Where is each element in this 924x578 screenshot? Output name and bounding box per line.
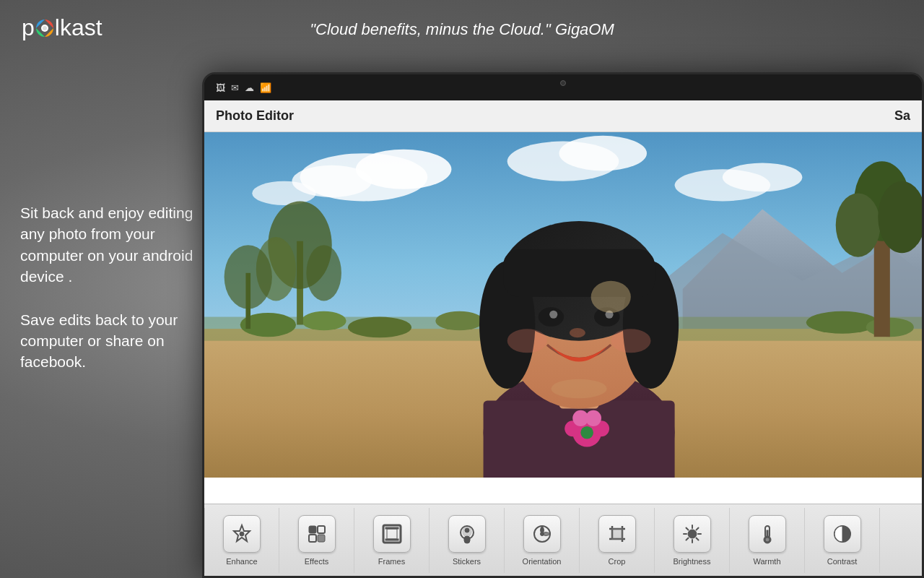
svg-point-30 [836,193,881,256]
svg-point-18 [348,317,411,338]
effects-tool-button[interactable]: Effects [279,508,354,573]
enhance-icon [231,523,253,545]
enhance-icon-box [223,515,261,553]
app-header: Photo Editor Sa [204,100,922,132]
svg-point-8 [559,136,646,171]
svg-rect-45 [503,249,655,297]
orientation-icon-box [523,515,561,553]
tagline: "Cloud benefits, minus the Cloud." GigaO… [0,20,924,39]
warmth-tool-button[interactable]: Warmth [730,508,805,573]
enhance-label: Enhance [226,557,257,566]
status-image-icon: 🖼 [216,82,225,93]
camera-dot [560,80,566,86]
svg-point-25 [306,245,341,301]
stickers-label: Stickers [453,557,481,566]
frames-icon-box [373,515,411,553]
svg-point-50 [507,329,547,353]
svg-rect-60 [318,535,325,542]
svg-point-11 [252,181,315,205]
brightness-icon-box [674,515,711,553]
photo-area [204,132,922,478]
svg-point-56 [240,532,244,536]
svg-point-35 [580,426,593,439]
contrast-icon-box [824,515,861,553]
svg-point-52 [570,328,585,337]
svg-line-82 [696,538,698,540]
contrast-icon [832,523,853,545]
svg-point-27 [225,245,272,309]
svg-point-19 [435,311,483,331]
orientation-label: Orientation [523,557,562,566]
brightness-label: Brightness [674,557,711,566]
status-wifi-icon: 📶 [260,82,271,93]
svg-point-70 [540,532,544,535]
contrast-label: Contrast [827,557,858,566]
frames-icon [381,523,403,545]
left-description: Sit back and enjoy editing any photo fro… [20,202,208,394]
device-frame: 🖼 ✉ ☁ 📶 Photo Editor Sa [202,72,924,578]
crop-label: Crop [609,557,626,566]
svg-point-51 [611,329,650,353]
photo-scene [204,132,922,478]
svg-point-54 [551,379,606,399]
brightness-icon [681,523,703,545]
crop-icon [606,523,628,545]
orientation-icon [531,523,553,545]
status-bar: 🖼 ✉ ☁ 📶 [204,74,922,100]
stickers-icon-box [448,515,486,553]
inner-screen: Photo Editor Sa [204,100,922,576]
status-mail-icon: ✉ [231,82,239,93]
svg-line-83 [696,527,698,530]
stickers-icon [456,523,478,545]
effects-icon [306,523,328,545]
svg-point-88 [765,538,770,542]
left-paragraph-2: Save edits back to your computer or shar… [20,309,208,373]
svg-point-48 [549,311,557,319]
contrast-tool-button[interactable]: Contrast [805,508,880,573]
effects-icon-box [298,515,336,553]
svg-rect-75 [612,529,622,539]
stickers-tool-button[interactable]: Stickers [430,508,505,573]
svg-rect-59 [309,535,316,542]
frames-tool-button[interactable]: Frames [354,508,430,573]
crop-icon-box [598,515,636,553]
save-button[interactable]: Sa [894,108,910,124]
svg-point-10 [723,163,802,191]
enhance-tool-button[interactable]: Enhance [204,508,279,573]
left-paragraph-1: Sit back and enjoy editing any photo fro… [20,202,208,288]
svg-point-20 [806,311,878,334]
svg-rect-57 [309,526,316,533]
bottom-toolbar: Enhance Effects [204,504,922,576]
svg-point-53 [591,281,631,313]
svg-point-17 [302,311,346,331]
svg-rect-62 [387,529,397,539]
svg-point-39 [585,410,601,426]
frames-label: Frames [378,557,405,566]
svg-rect-64 [385,539,398,540]
app-header-title: Photo Editor [216,108,294,124]
status-cloud-icon: ☁ [245,82,254,93]
svg-rect-63 [385,527,398,529]
svg-point-67 [465,528,469,532]
orientation-tool-button[interactable]: Orientation [505,508,580,573]
svg-line-81 [686,527,688,530]
svg-point-76 [688,530,697,538]
brightness-tool-button[interactable]: Brightness [655,508,730,573]
warmth-icon [757,523,778,545]
crop-tool-button[interactable]: Crop [580,508,655,573]
svg-rect-68 [464,536,470,543]
warmth-icon-box [749,515,786,553]
toolbar-scroll: Enhance Effects [204,504,880,576]
effects-label: Effects [305,557,328,566]
svg-line-84 [686,538,688,540]
svg-point-21 [866,318,914,337]
warmth-label: Warmth [753,557,780,566]
svg-rect-58 [318,526,325,533]
